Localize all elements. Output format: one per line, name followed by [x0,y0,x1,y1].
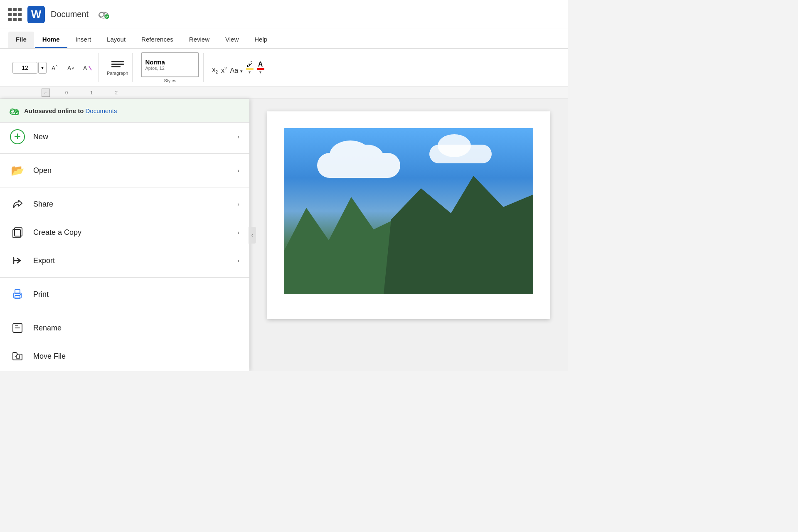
ruler-mark-2: 2 [104,90,129,95]
export-arrow: › [237,257,239,264]
ribbon-toolbar: 12 ▾ A^ Av A Paragraph Norma [0,49,568,86]
document-area [249,99,568,371]
mountain-right [384,170,533,294]
apps-grid-icon[interactable] [8,8,22,21]
font-grow-button[interactable]: A^ [49,62,62,74]
svg-line-9 [89,66,91,70]
menu-item-export[interactable]: Export › [0,246,249,275]
file-menu: Autosaved online to Documents + New › 📂 … [0,99,249,371]
text-format-group: x2 x2 Aa ▾ 🖊 ▾ A ▾ [208,53,268,82]
paragraph-align-group: Paragraph [107,59,128,76]
autosave-cloud-icon [8,105,20,116]
share-icon [10,197,25,212]
change-case-button[interactable]: Aa ▾ [230,67,243,74]
menu-item-new[interactable]: + New › [0,123,249,151]
open-label: Open [33,166,52,175]
menu-item-share[interactable]: Share › [0,190,249,218]
open-icon: 📂 [10,163,25,178]
ruler: ⌐ 0 1 2 [0,86,568,99]
menu-item-rename[interactable]: Rename [0,314,249,342]
svg-text:A: A [52,65,56,71]
move-file-icon [10,349,25,364]
tab-view[interactable]: View [218,32,246,48]
divider-3 [0,277,249,278]
move-file-label: Move File [33,352,66,361]
ruler-tab-stop[interactable]: ⌐ [42,89,50,97]
ruler-marks: 0 1 2 [54,90,568,95]
autosave-bar: Autosaved online to Documents [0,99,249,123]
svg-text:^: ^ [56,64,58,69]
paragraph-group: Paragraph [103,53,133,82]
cloud-decoration-2 [429,145,492,163]
share-arrow: › [237,201,239,207]
divider-2 [0,187,249,187]
subscript-button[interactable]: x2 [212,66,218,74]
tab-file[interactable]: File [8,32,34,48]
font-color-button[interactable]: A ▾ [257,61,264,74]
document-image [284,128,533,294]
ribbon-tabs: File Home Insert Layout References Revie… [0,29,568,49]
share-label: Share [33,200,53,209]
create-copy-icon [10,225,25,240]
create-copy-arrow: › [237,229,239,236]
subscript-superscript-group: x2 x2 Aa ▾ 🖊 ▾ A ▾ [212,61,264,74]
svg-text:v: v [72,66,74,70]
svg-text:A: A [67,65,71,71]
mountain-left [284,186,396,294]
highlight-button[interactable]: 🖊 ▾ [246,61,254,74]
font-format-button[interactable]: A [81,62,94,74]
divider-1 [0,153,249,154]
panel-collapse-arrow[interactable]: ‹ [249,227,256,244]
new-icon: + [10,129,25,144]
ruler-mark-0: 0 [54,90,79,95]
styles-group-vert: Norma Aptos, 12 Styles [141,52,199,83]
styles-box[interactable]: Norma Aptos, 12 [141,52,199,77]
styles-sub: Aptos, 12 [145,66,195,71]
ruler-mark-1: 1 [79,90,104,95]
print-icon [10,287,25,302]
tab-insert[interactable]: Insert [68,32,99,48]
document-title: Document [51,10,89,19]
cloud-decoration-1 [317,153,400,178]
paragraph-align-button[interactable] [110,59,126,69]
rename-label: Rename [33,324,62,332]
export-icon [10,253,25,268]
rename-icon [10,320,25,335]
create-copy-label: Create a Copy [33,228,81,237]
menu-item-create-copy[interactable]: Create a Copy › [0,218,249,246]
svg-point-1 [99,12,104,17]
superscript-button[interactable]: x2 [221,66,227,74]
new-label: New [33,133,48,141]
tab-layout[interactable]: Layout [99,32,133,48]
svg-point-13 [15,111,19,115]
title-bar: W Document [0,0,568,29]
font-size-group: 12 ▾ A^ Av A [8,53,99,82]
styles-group: Norma Aptos, 12 Styles [137,53,204,82]
divider-4 [0,311,249,311]
tab-help[interactable]: Help [247,32,275,48]
tab-home[interactable]: Home [35,32,67,48]
print-label: Print [33,290,49,299]
menu-item-open[interactable]: 📂 Open › [0,156,249,185]
font-shrink-button[interactable]: Av [65,62,78,74]
open-arrow: › [237,167,239,174]
menu-item-print[interactable]: Print [0,280,249,308]
tab-references[interactable]: References [134,32,181,48]
paragraph-label: Paragraph [107,71,128,76]
cloud-sync-icon[interactable] [97,8,110,21]
styles-label: Styles [164,78,176,83]
autosave-text: Autosaved online to Documents [24,107,117,114]
menu-item-move-file[interactable]: Move File [0,342,249,370]
word-logo: W [27,6,45,23]
font-size-input[interactable]: 12 [12,62,37,74]
main-content: Autosaved online to Documents + New › 📂 … [0,99,568,371]
export-label: Export [33,256,55,265]
styles-name: Norma [145,59,195,66]
autosave-documents-link[interactable]: Documents [86,107,117,114]
font-size-dropdown[interactable]: ▾ [38,62,47,74]
document-page [267,111,550,319]
tab-review[interactable]: Review [182,32,217,48]
svg-point-21 [20,294,21,296]
svg-text:A: A [83,65,87,71]
new-arrow: › [237,133,239,140]
